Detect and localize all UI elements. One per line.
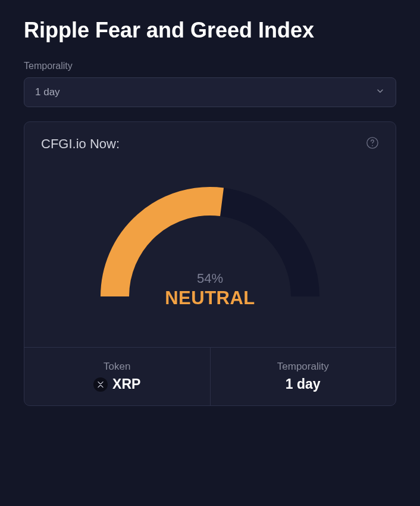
card-title: CFGI.io Now:	[41, 136, 120, 152]
help-icon[interactable]	[366, 136, 379, 152]
gauge-percent: 54%	[100, 271, 320, 286]
footer-temporality-cell: Temporality 1 day	[211, 348, 396, 405]
gauge-sentiment-label: NEUTRAL	[100, 288, 320, 309]
svg-point-1	[372, 145, 373, 146]
gauge-area: 54% NEUTRAL	[24, 158, 396, 347]
temporality-dropdown-label: Temporality	[24, 61, 396, 71]
xrp-icon	[93, 377, 108, 392]
gauge: 54% NEUTRAL	[100, 186, 320, 305]
chevron-down-icon	[375, 86, 385, 98]
index-card: CFGI.io Now: 54% NEUTRAL Token	[24, 121, 396, 406]
dropdown-selected-value: 1 day	[35, 86, 60, 98]
footer-temporality-value: 1 day	[286, 376, 321, 392]
footer-temporality-label: Temporality	[217, 361, 390, 373]
page-title: Ripple Fear and Greed Index	[24, 18, 396, 43]
card-footer: Token XRP Temporality 1 day	[24, 347, 396, 405]
token-symbol: XRP	[112, 376, 140, 392]
temporality-dropdown[interactable]: 1 day	[24, 77, 396, 107]
footer-token-value: XRP	[93, 376, 140, 392]
footer-token-cell: Token XRP	[24, 348, 211, 405]
card-header: CFGI.io Now:	[24, 122, 396, 158]
footer-token-label: Token	[30, 361, 204, 373]
